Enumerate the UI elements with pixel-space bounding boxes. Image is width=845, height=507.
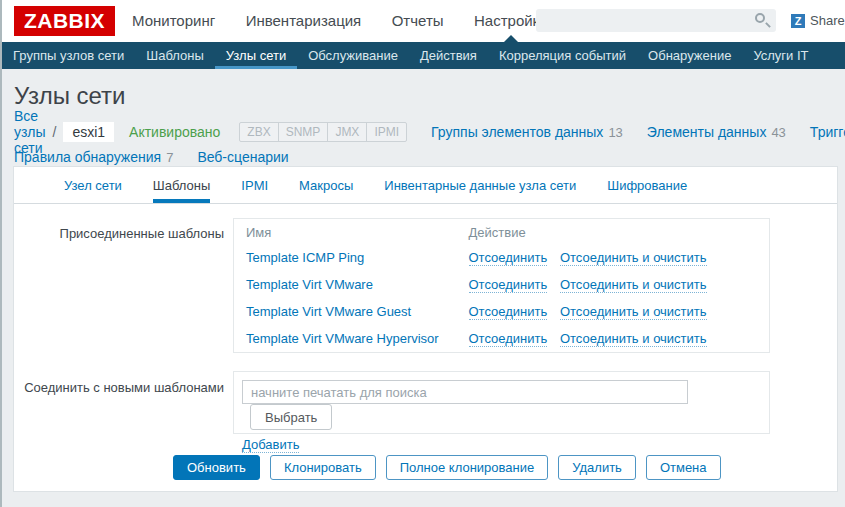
table-row: Template Virt VMware Отсоединить Отсоеди… — [234, 271, 770, 298]
tab-encryption[interactable]: Шифрование — [607, 178, 687, 203]
discovery-rules-link[interactable]: Правила обнаружения7 — [14, 149, 173, 165]
tab-host[interactable]: Узел сети — [64, 178, 122, 203]
subnav-templates[interactable]: Шаблоны — [135, 42, 215, 69]
global-search — [536, 9, 776, 32]
tab-templates[interactable]: Шаблоны — [153, 178, 211, 203]
items-count: 43 — [771, 125, 785, 140]
subnav-host-groups[interactable]: Группы узлов сети — [2, 42, 135, 69]
search-input[interactable] — [536, 9, 776, 32]
discovery-rules-count: 7 — [166, 150, 173, 165]
config-subnav: Группы узлов сети Шаблоны Узлы сети Обсл… — [2, 42, 845, 69]
linked-templates-table: Имя Действие Template ICMP Ping Отсоедин… — [233, 218, 770, 353]
main-menu: Мониторинг Инвентаризация Отчеты Настрой… — [119, 0, 536, 42]
subnav-it-services[interactable]: Услуги IT — [742, 42, 819, 69]
table-header-row: Имя Действие — [234, 219, 770, 245]
breadcrumb-row-1: Все узлы сети / esxi1 Активировано ZBX S… — [14, 120, 840, 143]
items-link[interactable]: Элементы данных43 — [647, 124, 786, 140]
unlink-and-clear-link[interactable]: Отсоединить и очистить — [560, 277, 707, 293]
unlink-link[interactable]: Отсоединить — [469, 277, 548, 293]
tab-macros[interactable]: Макросы — [299, 178, 353, 203]
share-label: Share — [810, 13, 845, 28]
subnav-maintenance[interactable]: Обслуживание — [297, 42, 409, 69]
cancel-button[interactable]: Отмена — [646, 455, 721, 480]
name-column-header: Имя — [234, 219, 457, 245]
breadcrumb-separator: / — [53, 124, 57, 140]
window-edge — [0, 0, 2, 507]
update-button[interactable]: Обновить — [173, 455, 260, 480]
menu-monitoring[interactable]: Мониторинг — [119, 0, 228, 42]
linked-templates-label: Присоединенные шаблоны — [14, 226, 224, 241]
table-row: Template Virt VMware Hypervisor Отсоедин… — [234, 325, 770, 353]
subnav-actions[interactable]: Действия — [409, 42, 488, 69]
full-clone-button[interactable]: Полное клонирование — [386, 455, 548, 480]
ipmi-availability-badge: IPMI — [366, 123, 406, 141]
subnav-discovery[interactable]: Обнаружение — [637, 42, 742, 69]
unlink-link[interactable]: Отсоединить — [469, 331, 548, 347]
new-templates-selector: Выбрать Добавить — [233, 371, 770, 434]
interface-availability-badges: ZBX SNMP JMX IPMI — [239, 122, 407, 142]
applications-count: 13 — [608, 125, 622, 140]
unlink-link[interactable]: Отсоединить — [469, 250, 548, 266]
web-scenarios-link[interactable]: Веб-сценарии — [197, 149, 293, 165]
template-link[interactable]: Template Virt VMware Guest — [246, 304, 411, 319]
link-new-templates-label: Соединить с новыми шаблонами — [14, 380, 224, 395]
host-breadcrumb: Все узлы сети / esxi1 Активировано ZBX S… — [14, 120, 840, 168]
template-search-input[interactable] — [242, 380, 688, 404]
unlink-link[interactable]: Отсоединить — [469, 304, 548, 320]
host-status-badge[interactable]: Активировано — [129, 124, 220, 140]
clone-button[interactable]: Клонировать — [270, 455, 376, 480]
search-icon[interactable] — [755, 13, 765, 23]
form-footer-buttons: Обновить Клонировать Полное клонирование… — [173, 455, 721, 480]
triggers-link[interactable]: Триггеры3 — [810, 124, 845, 140]
unlink-and-clear-link[interactable]: Отсоединить и очистить — [560, 331, 707, 347]
unlink-and-clear-link[interactable]: Отсоединить и очистить — [560, 250, 707, 266]
template-link[interactable]: Template Virt VMware Hypervisor — [246, 331, 439, 346]
unlink-and-clear-link[interactable]: Отсоединить и очистить — [560, 304, 707, 320]
breadcrumb-row-2: Правила обнаружения7 Веб-сценарии — [14, 145, 840, 168]
jmx-availability-badge: JMX — [327, 123, 366, 141]
snmp-availability-badge: SNMP — [278, 123, 328, 141]
subnav-event-correlation[interactable]: Корреляция событий — [488, 42, 637, 69]
share-widget[interactable]: Z Share — [791, 13, 845, 28]
add-link[interactable]: Добавить — [242, 437, 299, 453]
zabbix-logo[interactable]: ZABBIX — [14, 6, 115, 36]
page-title: Узлы сети — [14, 82, 126, 110]
menu-inventory[interactable]: Инвентаризация — [233, 0, 375, 42]
action-column-header: Действие — [457, 219, 770, 245]
tab-host-inventory[interactable]: Инвентарные данные узла сети — [384, 178, 576, 203]
menu-configuration[interactable]: Настройка — [461, 0, 536, 42]
subnav-hosts[interactable]: Узлы сети — [215, 42, 297, 69]
applications-link[interactable]: Группы элементов данных13 — [431, 124, 623, 140]
tab-ipmi[interactable]: IPMI — [241, 178, 268, 203]
template-link[interactable]: Template Virt VMware — [246, 277, 373, 292]
template-link[interactable]: Template ICMP Ping — [246, 250, 364, 265]
top-header: ZABBIX Мониторинг Инвентаризация Отчеты … — [2, 0, 845, 42]
zbx-availability-badge: ZBX — [240, 123, 277, 141]
zabbix-share-icon: Z — [791, 14, 805, 28]
table-row: Template ICMP Ping Отсоединить Отсоедини… — [234, 244, 770, 271]
delete-button[interactable]: Удалить — [558, 455, 636, 480]
host-form-panel: Узел сети Шаблоны IPMI Макросы Инвентарн… — [13, 166, 838, 492]
select-button[interactable]: Выбрать — [250, 404, 332, 430]
menu-reports[interactable]: Отчеты — [379, 0, 457, 42]
host-form-tabs: Узел сети Шаблоны IPMI Макросы Инвентарн… — [14, 167, 837, 204]
table-row: Template Virt VMware Guest Отсоединить О… — [234, 298, 770, 325]
current-host-name: esxi1 — [63, 122, 114, 142]
